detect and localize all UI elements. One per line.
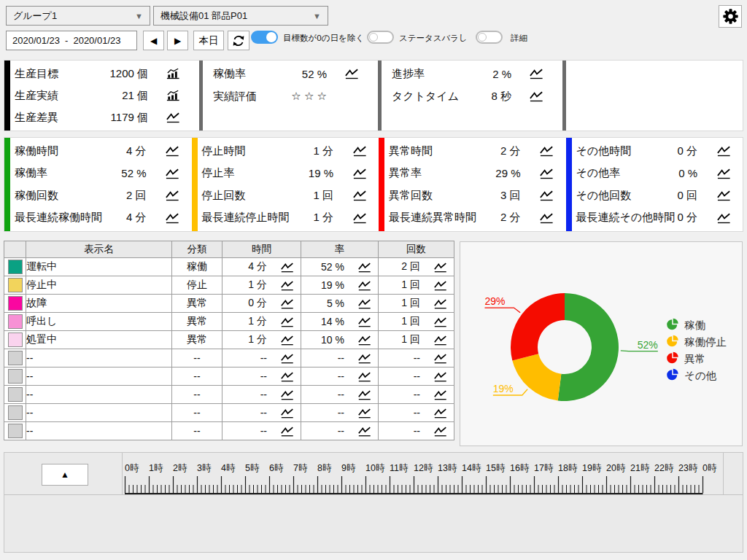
trend-line-icon[interactable] [429,298,454,309]
refresh-button[interactable] [228,31,249,50]
trend-line-icon[interactable] [353,426,378,437]
trend-line-icon[interactable] [429,280,454,291]
hour-label: 13時 [438,462,457,475]
trend-line-icon[interactable] [276,353,301,364]
color-swatch [8,332,23,347]
trend-line-icon[interactable] [158,145,187,157]
toggle-status-split[interactable] [367,31,394,44]
time-cell: -- [222,349,301,368]
trend-line-icon[interactable] [429,335,454,346]
trend-line-icon[interactable] [429,389,454,400]
count-value: -- [379,425,429,437]
trend-line-icon[interactable] [353,316,378,327]
trend-line-icon[interactable] [429,371,454,382]
today-button[interactable]: 本日 [193,31,224,50]
kpi-group: その他時間0 分その他率0 %その他回数0 回最長連続その他時間0 分 [566,138,743,231]
hour-label: 22時 [654,462,673,475]
trend-line-icon[interactable] [533,212,562,224]
trend-line-icon[interactable] [337,68,366,79]
trend-line-icon[interactable] [276,262,301,273]
trend-line-icon[interactable] [276,298,301,309]
count-value: 1 回 [379,297,429,310]
trend-line-icon[interactable] [158,212,187,224]
trend-line-icon[interactable] [709,190,738,201]
swatch-cell [4,276,26,295]
kpi-item: 進捗率2 % [392,63,551,85]
kpi-item-value: 0 回 [678,189,698,203]
trend-line-icon[interactable] [276,335,301,346]
trend-line-icon[interactable] [533,190,562,201]
time-value: 1 分 [222,279,276,292]
kpi-item-value: 0 分 [678,144,698,158]
kpi-group: 進捗率2 %タクトタイム8 秒 [382,61,562,131]
kpi-item-label: 稼働率 [213,67,246,81]
trend-line-icon[interactable] [429,408,454,419]
legend-item: 稼働停止 [666,334,727,351]
kpi-item: 停止回数1 回 [202,184,375,207]
trend-line-icon[interactable] [345,212,374,224]
machine-select[interactable]: 機械設備01 部品P01 ▼ [153,6,328,26]
trend-line-icon[interactable] [276,316,301,327]
trend-line-icon[interactable] [276,371,301,382]
hour-label: 14時 [462,462,481,475]
kpi-item: 最長連続稼働時間4 分 [15,207,187,230]
trend-line-icon[interactable] [709,145,738,157]
trend-bar-icon[interactable] [158,68,187,79]
trend-line-icon[interactable] [345,168,374,179]
trend-line-icon[interactable] [522,68,551,79]
trend-line-icon[interactable] [429,426,454,437]
column-header: 表示名 [26,241,172,258]
category-cell: 異常 [172,295,222,313]
donut-slice-稼働停止 [512,354,561,400]
toggle-exclude-zero-target[interactable] [251,31,278,44]
trend-line-icon[interactable] [345,190,374,201]
hour-label: 0時 [125,462,139,475]
column-header: 回数 [379,241,454,258]
trend-line-icon[interactable] [533,145,562,157]
settings-button[interactable] [719,5,742,28]
trend-line-icon[interactable] [276,408,301,419]
trend-line-icon[interactable] [533,168,562,179]
rate-value: 10 % [301,334,353,346]
group-select[interactable]: グループ1 ▼ [6,6,150,26]
trend-line-icon[interactable] [276,426,301,437]
trend-line-icon[interactable] [353,353,378,364]
trend-line-icon[interactable] [158,168,187,179]
time-value: -- [222,425,276,437]
kpi-item-label: 最長連続その他時間 [576,211,676,225]
next-day-button[interactable]: ▶ [167,31,188,50]
time-cell: -- [222,368,301,386]
trend-line-icon[interactable] [276,389,301,400]
trend-line-icon[interactable] [522,90,551,102]
hour-label: 17時 [534,462,553,475]
trend-line-icon[interactable] [353,389,378,400]
trend-line-icon[interactable] [353,280,378,291]
time-value: -- [222,407,276,419]
trend-line-icon[interactable] [353,298,378,309]
trend-line-icon[interactable] [276,280,301,291]
trend-line-icon[interactable] [429,316,454,327]
trend-line-icon[interactable] [709,168,738,179]
collapse-button[interactable]: ▲ [42,464,88,486]
trend-line-icon[interactable] [429,353,454,364]
trend-line-icon[interactable] [353,371,378,382]
kpi-item: 最長連続停止時間1 分 [202,207,375,230]
trend-bar-icon[interactable] [158,90,187,101]
trend-line-icon[interactable] [345,145,374,157]
trend-line-icon[interactable] [353,335,378,346]
trend-line-icon[interactable] [158,190,187,201]
trend-line-icon[interactable] [158,112,187,123]
trend-line-icon[interactable] [709,212,738,224]
date-range-input[interactable]: 2020/01/23 - 2020/01/23 [6,31,137,50]
trend-line-icon[interactable] [429,262,454,273]
hour-label: 0時 [703,462,716,475]
swatch-cell [4,313,26,331]
trend-line-icon[interactable] [353,262,378,273]
trend-line-icon[interactable] [353,408,378,419]
legend-label: 異常 [684,352,705,366]
display-name-cell: -- [26,386,172,404]
display-name-cell: 運転中 [26,258,172,276]
prev-day-button[interactable]: ◀ [143,31,164,50]
category-cell: 停止 [172,276,222,295]
toggle-detail[interactable] [476,31,503,44]
